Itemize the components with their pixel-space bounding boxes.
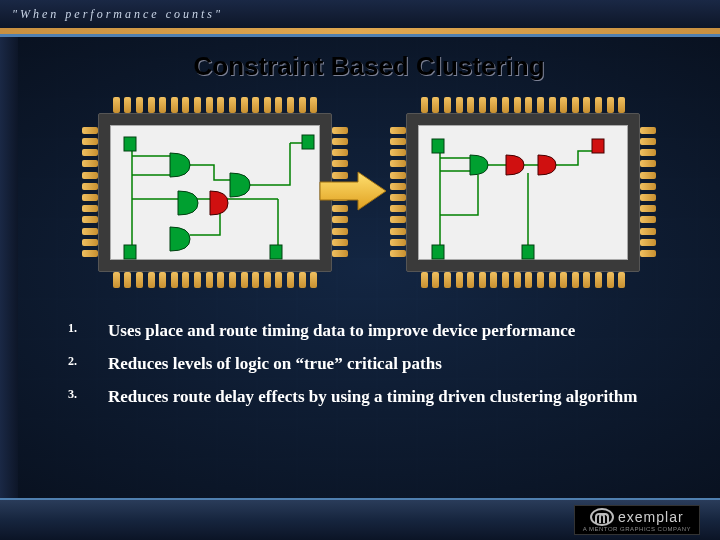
chip-pins	[640, 123, 656, 262]
arrow-icon	[318, 170, 388, 212]
circuit-before	[110, 125, 320, 260]
chip-pins	[108, 97, 322, 113]
logo-text: exemplar	[618, 509, 684, 525]
tagline: "When performance counts"	[12, 7, 223, 22]
slide-title: Constraint Based Clustering	[48, 51, 690, 82]
chip-pins	[416, 97, 630, 113]
list-text: Reduces route delay effects by using a t…	[108, 386, 637, 409]
figure	[48, 92, 690, 292]
list-number: 1.	[68, 320, 108, 343]
circuit-after	[418, 125, 628, 260]
list-number: 3.	[68, 386, 108, 409]
svg-rect-2	[270, 245, 282, 259]
footer: exemplar A MENTOR GRAPHICS COMPANY	[0, 498, 720, 540]
list-item: 3. Reduces route delay effects by using …	[68, 386, 670, 409]
chip-pins	[82, 123, 98, 262]
list-item: 1. Uses place and route timing data to i…	[68, 320, 670, 343]
list-number: 2.	[68, 353, 108, 376]
svg-rect-5	[432, 245, 444, 259]
logo-subtext: A MENTOR GRAPHICS COMPANY	[583, 526, 691, 532]
logo: exemplar A MENTOR GRAPHICS COMPANY	[574, 505, 700, 535]
list-item: 2. Reduces levels of logic on “true” cri…	[68, 353, 670, 376]
svg-rect-1	[124, 245, 136, 259]
header-bar: "When performance counts"	[0, 0, 720, 28]
chip-after	[388, 95, 658, 290]
slide-content: Constraint Based Clustering	[18, 37, 720, 498]
bullet-list: 1. Uses place and route timing data to i…	[48, 320, 690, 409]
svg-rect-4	[432, 139, 444, 153]
svg-rect-0	[124, 137, 136, 151]
svg-rect-3	[302, 135, 314, 149]
chip-pins	[416, 272, 630, 288]
chip-pins	[108, 272, 322, 288]
left-edge	[0, 37, 18, 498]
list-text: Uses place and route timing data to impr…	[108, 320, 575, 343]
svg-rect-7	[592, 139, 604, 153]
svg-rect-6	[522, 245, 534, 259]
chip-before	[80, 95, 350, 290]
logo-icon	[590, 508, 614, 526]
chip-pins	[390, 123, 406, 262]
list-text: Reduces levels of logic on “true” critic…	[108, 353, 442, 376]
